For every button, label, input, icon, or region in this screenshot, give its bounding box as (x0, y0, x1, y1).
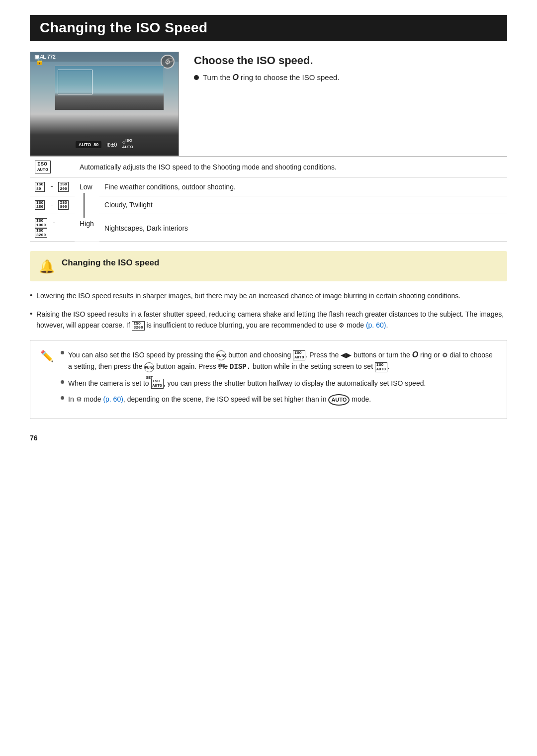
cam-auto-label: AUTO 80 (76, 141, 101, 148)
pencil-box: ✏️ You can also set the ISO speed by pre… (30, 340, 507, 420)
camera-screen: ▣ 4L 772 🔒 P ⚙ AUTO 80 ⊕±0 ○ISOAUTO (30, 52, 179, 156)
pencil-dot-2-icon (61, 380, 64, 384)
table-row: ISO 250 – ISO 800 Cloudy, Twilight (30, 196, 507, 214)
pencil-content: You can also set the ISO speed by pressi… (61, 348, 497, 411)
scene-mode-icon-2: ⚙ (76, 396, 82, 403)
cam-bottom-bar: AUTO 80 ⊕±0 ○ISOAUTO (30, 138, 179, 152)
iso-3200-inline: ISO3200 (132, 321, 144, 331)
pencil-icon: ✏️ (40, 350, 54, 363)
disp-btn-label: DISP. (230, 363, 251, 371)
tips-section: • Lowering the ISO speed results in shar… (30, 290, 507, 331)
pencil-link[interactable]: (p. 60) (103, 395, 123, 403)
pencil-dot-1-icon (61, 351, 64, 354)
cam-iso-icon: ○ISOAUTO (122, 138, 133, 152)
table-row: ISO 1000 – ISO 3200 Nightscapes, Dark in… (30, 214, 507, 242)
note-box-title: Changing the ISO speed (62, 258, 159, 268)
iso-range-auto: ISO AUTO (30, 157, 75, 178)
low-label: Low (80, 183, 92, 191)
high-label: High (80, 220, 94, 228)
cam-exposure-icon: ⊕±0 (106, 142, 117, 148)
ring-symbol-2: O (412, 350, 418, 359)
pencil-item-2: When the camera is set to ISOAUTO, you c… (61, 378, 497, 389)
iso-auto-inline-2: ISOAUTO (375, 362, 387, 372)
table-row: ISO 80 – ISO 200 Low High (30, 177, 507, 196)
iso-range-80-200: ISO 80 – ISO 200 (30, 177, 75, 196)
pencil-text-1: You can also set the ISO speed by pressi… (68, 348, 497, 373)
pencil-text-3: In ⚙ mode (p. 60), depending on the scen… (68, 394, 371, 406)
table-row: ISO AUTO Automatically adjusts the ISO s… (30, 157, 507, 178)
func-btn-2-icon: FUNCSET (144, 362, 154, 372)
tip-bullet-2-icon: • (30, 309, 32, 318)
top-section: ▣ 4L 772 🔒 P ⚙ AUTO 80 ⊕±0 ○ISOAUTO Choo… (30, 52, 507, 156)
bullet-dot-icon (194, 75, 199, 80)
pencil-text-2: When the camera is set to ISOAUTO, you c… (68, 378, 426, 389)
iso-1000-3200-desc: Nightscapes, Dark interiors (99, 214, 507, 242)
pencil-dot-3-icon (61, 396, 64, 400)
iso-auto-inline: ISOAUTO (293, 350, 305, 360)
tip-item-1: • Lowering the ISO speed results in shar… (30, 290, 507, 301)
note-box: 🔔 Changing the ISO speed (30, 251, 507, 281)
pencil-item-1: You can also set the ISO speed by pressi… (61, 348, 497, 373)
tip-text-2: Raising the ISO speed results in a faste… (36, 309, 507, 331)
ring-symbol: O (232, 73, 238, 82)
page-title: Changing the ISO Speed (30, 15, 507, 41)
iso-table: ISO AUTO Automatically adjusts the ISO s… (30, 156, 507, 242)
auto-circle-icon: AUTO (328, 394, 350, 406)
note-box-content: Changing the ISO speed (62, 258, 159, 271)
iso-250-800-desc: Cloudy, Twilight (99, 196, 507, 214)
tip-bullet-1-icon: • (30, 291, 32, 299)
dial-icon: ⚙ (442, 351, 448, 359)
choose-iso-bullet: Turn the O ring to choose the ISO speed. (194, 73, 507, 82)
page-number: 76 (30, 434, 507, 442)
low-label-cell: Low High (75, 177, 99, 242)
iso-auto-badge: ISO AUTO (35, 161, 51, 173)
choose-iso-heading: Choose the ISO speed. (194, 54, 507, 67)
tip-item-2: • Raising the ISO speed results in a fas… (30, 309, 507, 331)
iso-range-250-800: ISO 250 – ISO 800 (30, 196, 75, 214)
iso-80-200-desc: Fine weather conditions, outdoor shootin… (99, 177, 507, 196)
tip2-link[interactable]: (p. 60) (366, 321, 386, 329)
cam-focus-box (58, 70, 92, 94)
iso-auto-inline-3: ISOAUTO (151, 379, 164, 389)
func-btn-icon: FUNCSET (216, 350, 226, 360)
iso-range-1000-3200: ISO 1000 – ISO 3200 (30, 214, 75, 242)
cam-lock-icon: 🔒 (35, 57, 44, 65)
choose-iso-section: Choose the ISO speed. Turn the O ring to… (194, 52, 507, 156)
iso-auto-desc: Automatically adjusts the ISO speed to t… (75, 157, 507, 178)
note-bell-icon: 🔔 (39, 259, 55, 274)
bullet-text: Turn the O ring to choose the ISO speed. (203, 73, 340, 82)
tip-text-1: Lowering the ISO speed results in sharpe… (36, 290, 460, 301)
pencil-item-3: In ⚙ mode (p. 60), depending on the scen… (61, 394, 497, 406)
scene-mode-icon: ⚙ (339, 322, 345, 329)
